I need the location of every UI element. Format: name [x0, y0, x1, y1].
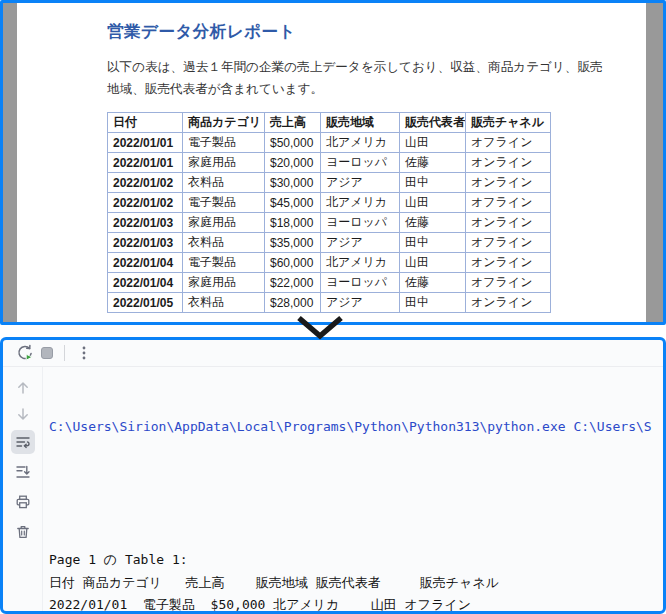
table-header-cell: 販売代表者	[400, 113, 466, 133]
table-cell-rep: 山田	[400, 133, 466, 153]
table-row: 2022/01/02 電子製品 $45,000 北アメリカ 山田 オフライン	[108, 193, 551, 213]
document-preview-panel: 営業データ分析レポート 以下の表は、過去１年間の企業の売上データを示しており、収…	[0, 0, 666, 325]
table-cell-rep: 佐藤	[400, 273, 466, 293]
rerun-button[interactable]	[14, 342, 36, 364]
table-cell-category: 家庭用品	[183, 213, 265, 233]
table-cell-region: 北アメリカ	[321, 133, 400, 153]
table-row: 2022/01/02 衣料品 $30,000 アジア 田中 オンライン	[108, 173, 551, 193]
table-cell-channel: オフライン	[466, 133, 551, 153]
table-cell-channel: オンライン	[466, 213, 551, 233]
scroll-to-end-icon	[15, 464, 31, 480]
table-cell-sales: $35,000	[265, 233, 321, 253]
table-header-cell: 商品カテゴリ	[183, 113, 265, 133]
table-cell-category: 家庭用品	[183, 273, 265, 293]
down-arrow-icon	[15, 406, 31, 422]
table-cell-region: アジア	[321, 173, 400, 193]
console-toolbar	[3, 340, 663, 367]
table-cell-channel: オフライン	[466, 193, 551, 213]
table-row: 2022/01/01 電子製品 $50,000 北アメリカ 山田 オフライン	[108, 133, 551, 153]
sales-data-table: 日付商品カテゴリ売上高販売地域販売代表者販売チャネル 2022/01/01 電子…	[107, 112, 551, 313]
table-cell-channel: オンライン	[466, 253, 551, 273]
document-intro-line1: 以下の表は、過去１年間の企業の売上データを示しており、収益、商品カテゴリ、販売	[107, 56, 646, 78]
table-cell-category: 電子製品	[183, 253, 265, 273]
table-row: 2022/01/04 電子製品 $60,000 北アメリカ 山田 オンライン	[108, 253, 551, 273]
console-command-line: C:\Users\Sirion\AppData\Local\Programs\P…	[49, 416, 663, 438]
table-row: 2022/01/03 家庭用品 $18,000 ヨーロッパ 佐藤 オンライン	[108, 213, 551, 233]
table-cell-rep: 山田	[400, 193, 466, 213]
table-cell-date: 2022/01/01	[108, 133, 183, 153]
table-cell-category: 家庭用品	[183, 153, 265, 173]
table-cell-rep: 山田	[400, 253, 466, 273]
table-header-cell: 日付	[108, 113, 183, 133]
table-cell-channel: オンライン	[466, 293, 551, 313]
soft-wrap-icon	[15, 434, 31, 450]
document-page: 営業データ分析レポート 以下の表は、過去１年間の企業の売上データを示しており、収…	[17, 3, 646, 322]
table-cell-region: ヨーロッパ	[321, 273, 400, 293]
soft-wrap-button[interactable]	[11, 430, 35, 454]
table-header-row: 日付商品カテゴリ売上高販売地域販売代表者販売チャネル	[108, 113, 551, 133]
down-arrow-button[interactable]	[11, 402, 35, 426]
up-arrow-button[interactable]	[11, 376, 35, 400]
table-cell-region: アジア	[321, 293, 400, 313]
kebab-menu-icon	[76, 345, 92, 361]
table-cell-region: ヨーロッパ	[321, 153, 400, 173]
console-line: 2022/01/01 電子製品 $50,000 北アメリカ 山田 オフライン	[49, 594, 663, 611]
table-cell-category: 衣料品	[183, 233, 265, 253]
console-line: Page 1 の Table 1:	[49, 549, 663, 571]
table-row: 2022/01/03 衣料品 $35,000 アジア 田中 オフライン	[108, 233, 551, 253]
document-intro-line2: 地域、販売代表者が含まれています。	[107, 78, 646, 100]
table-cell-region: アジア	[321, 233, 400, 253]
table-header-cell: 販売地域	[321, 113, 400, 133]
table-cell-date: 2022/01/03	[108, 213, 183, 233]
table-header-cell: 販売チャネル	[466, 113, 551, 133]
table-cell-channel: オンライン	[466, 153, 551, 173]
table-cell-date: 2022/01/02	[108, 173, 183, 193]
table-cell-sales: $18,000	[265, 213, 321, 233]
table-cell-channel: オフライン	[466, 233, 551, 253]
table-cell-category: 衣料品	[183, 173, 265, 193]
table-header-cell: 売上高	[265, 113, 321, 133]
table-row: 2022/01/01 家庭用品 $20,000 ヨーロッパ 佐藤 オンライン	[108, 153, 551, 173]
table-cell-date: 2022/01/04	[108, 273, 183, 293]
table-cell-channel: オフライン	[466, 273, 551, 293]
table-cell-region: ヨーロッパ	[321, 213, 400, 233]
table-cell-sales: $50,000	[265, 133, 321, 153]
table-cell-sales: $60,000	[265, 253, 321, 273]
toolbar-separator	[64, 345, 65, 361]
table-cell-channel: オンライン	[466, 173, 551, 193]
table-cell-date: 2022/01/01	[108, 153, 183, 173]
up-arrow-icon	[15, 380, 31, 396]
table-cell-category: 電子製品	[183, 193, 265, 213]
table-cell-rep: 田中	[400, 173, 466, 193]
console-line: 日付 商品カテゴリ 売上高 販売地域 販売代表者 販売チャネル	[49, 572, 663, 594]
stop-button[interactable]	[36, 342, 58, 364]
console-side-toolbar	[3, 367, 43, 611]
table-cell-sales: $22,000	[265, 273, 321, 293]
more-options-button[interactable]	[73, 342, 95, 364]
table-row: 2022/01/04 家庭用品 $22,000 ヨーロッパ 佐藤 オフライン	[108, 273, 551, 293]
table-cell-category: 衣料品	[183, 293, 265, 313]
scroll-to-end-button[interactable]	[11, 460, 35, 484]
table-cell-sales: $30,000	[265, 173, 321, 193]
document-intro: 以下の表は、過去１年間の企業の売上データを示しており、収益、商品カテゴリ、販売 …	[107, 56, 646, 100]
table-row: 2022/01/05 衣料品 $28,000 アジア 田中 オンライン	[108, 293, 551, 313]
run-console-panel: C:\Users\Sirion\AppData\Local\Programs\P…	[0, 337, 666, 614]
table-cell-rep: 佐藤	[400, 213, 466, 233]
table-cell-rep: 佐藤	[400, 153, 466, 173]
table-cell-date: 2022/01/04	[108, 253, 183, 273]
clear-console-button[interactable]	[11, 520, 35, 544]
table-cell-region: 北アメリカ	[321, 253, 400, 273]
table-cell-rep: 田中	[400, 293, 466, 313]
flow-down-arrow-icon	[296, 315, 344, 340]
trash-icon	[15, 524, 31, 540]
table-cell-sales: $28,000	[265, 293, 321, 313]
stop-icon	[39, 345, 55, 361]
document-title: 営業データ分析レポート	[107, 21, 646, 43]
table-cell-sales: $45,000	[265, 193, 321, 213]
printer-icon	[15, 494, 31, 510]
table-cell-date: 2022/01/05	[108, 293, 183, 313]
print-button[interactable]	[11, 490, 35, 514]
table-cell-date: 2022/01/02	[108, 193, 183, 213]
table-cell-region: 北アメリカ	[321, 193, 400, 213]
table-cell-category: 電子製品	[183, 133, 265, 153]
